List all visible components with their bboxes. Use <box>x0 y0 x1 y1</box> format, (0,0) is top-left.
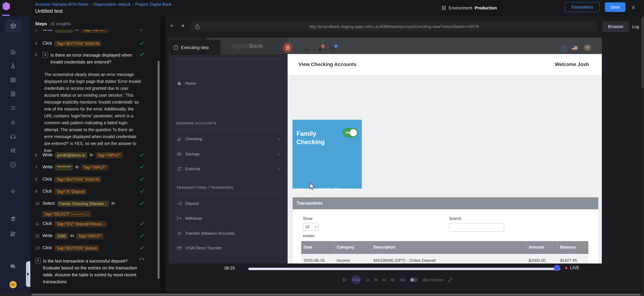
tab-steps[interactable]: Steps <box>35 21 47 26</box>
nav-item-pipelines[interactable]: ∞ <box>10 161 16 168</box>
step-target-chip[interactable]: Tag="SELECT" ---------- ... <box>42 211 91 217</box>
step-row-3[interactable]: 3 Write ********* in Tag="INPUT" <box>35 30 152 33</box>
step-row-6[interactable]: 6 Write jsmith@demo.io in Tag="INPUT" <box>35 152 152 158</box>
step-value-chip[interactable]: ********* <box>55 30 73 33</box>
horizontal-scrollbar-thumb[interactable] <box>31 294 641 296</box>
step-target-chip[interactable]: Tag="BUTTON" SIGN IN <box>54 41 101 47</box>
vertical-scrollbar[interactable] <box>641 16 644 293</box>
sidebar-item-savings[interactable]: Savings › <box>169 150 288 158</box>
tab-browser[interactable]: Browser <box>602 21 629 32</box>
breadcrumb-organization[interactable]: Organization: default <box>93 2 130 7</box>
step-row-7[interactable]: 7 Write ********* in Tag="INPUT" <box>35 164 152 170</box>
nav-item-help[interactable]: ? <box>10 263 16 270</box>
nav-item-lab[interactable] <box>10 62 16 69</box>
vertical-scrollbar-thumb[interactable] <box>642 17 644 88</box>
col-amount[interactable]: Amount <box>526 241 558 254</box>
speed-4x[interactable]: 4x <box>382 278 386 282</box>
nav-item-home[interactable] <box>10 49 16 55</box>
speed-16x[interactable]: 16x <box>399 278 406 282</box>
show-label: Show <box>303 216 312 221</box>
nav-item-account-settings[interactable] <box>10 188 16 195</box>
step-target-chip[interactable]: Tag="BUTTON" Submit <box>54 245 99 251</box>
sidebar-item-external[interactable]: External › <box>169 165 288 173</box>
sidebar-item-deposit[interactable]: Deposit <box>169 199 288 208</box>
step-row-12[interactable]: 12 Write 1000 in Tag="INPUT" <box>35 233 152 239</box>
speed-2x[interactable]: 2x <box>374 278 378 282</box>
step-in: in <box>76 30 79 32</box>
step-row-4[interactable]: 4 Click Tag="BUTTON" SIGN IN <box>35 41 152 47</box>
close-icon[interactable] <box>631 5 636 10</box>
table-row[interactable]: 2025-05-1607:03 Income 845336090 (DPT) -… <box>301 254 588 264</box>
user-avatar[interactable]: DC <box>10 281 17 288</box>
sidebar-item-home[interactable]: Home <box>169 79 288 87</box>
col-description[interactable]: Description <box>371 241 526 254</box>
step-value-chip[interactable]: jsmith@demo.io <box>55 152 87 158</box>
col-date[interactable]: Date <box>301 241 334 254</box>
app-menu-button[interactable] <box>283 43 292 53</box>
sidebar-item-visa-direct[interactable]: VISA Direct Transfer <box>169 244 288 252</box>
lab-flask-icon <box>10 62 16 69</box>
speed-8x[interactable]: 8x <box>391 278 395 282</box>
step-target-chip[interactable]: Tag="INPUT" <box>96 152 123 158</box>
step-target-chip[interactable]: Tag="INPUT" <box>81 164 108 170</box>
help-icon[interactable]: ? <box>561 45 567 51</box>
save-button[interactable]: Save <box>605 2 626 12</box>
speed-1x[interactable]: 1x <box>365 278 370 282</box>
language-flag-icon[interactable] <box>572 46 578 50</box>
search-icon[interactable] <box>304 46 310 53</box>
step-row-9[interactable]: 9 Click Tag="A" Deposit <box>35 189 152 195</box>
step-target-chip[interactable]: Tag="INPUT" <box>76 233 104 239</box>
page-size-select[interactable]: 10 <box>303 223 318 231</box>
account-toggle[interactable]: ON <box>343 128 358 137</box>
breadcrumb-account[interactable]: Account: Harness AITA Demo <box>35 2 88 7</box>
step-row-10[interactable]: 10 Select Family Checking (Standar... in… <box>35 201 152 217</box>
step-value-chip[interactable]: ********* <box>55 164 73 170</box>
tab-log[interactable]: Log <box>631 21 640 32</box>
nav-item-settings[interactable] <box>10 119 16 126</box>
step-row-13[interactable]: 13 Click Tag="BUTTON" Submit <box>35 245 152 251</box>
speed-0.5x[interactable]: 0.5x <box>352 275 361 285</box>
step-value-chip[interactable]: Family Checking (Standar... <box>57 201 109 207</box>
sidebar-item-withdraw[interactable]: Withdraw <box>169 214 288 222</box>
col-balance[interactable]: Balance <box>558 241 588 254</box>
step-target-chip[interactable]: Tag="INPUT" <box>81 30 108 33</box>
back-icon[interactable] <box>170 23 175 29</box>
nav-item-grid[interactable] <box>10 77 16 83</box>
step-target-chip[interactable]: Tag="A" Deposit <box>54 189 87 195</box>
tab-ai-insights[interactable]: AI insights <box>50 21 71 26</box>
nav-item-org-settings[interactable] <box>10 231 16 237</box>
step-row-11[interactable]: 11 Click Tag="DIV" Deposit Amoun... <box>35 221 152 227</box>
nav-item-tune[interactable] <box>10 147 16 154</box>
panel-collapse-handle[interactable] <box>26 261 30 287</box>
skip-inactive-toggle[interactable] <box>410 278 418 282</box>
step-target-chip[interactable]: Tag="DIV" Deposit Amoun... <box>54 221 107 227</box>
search-input[interactable] <box>449 223 504 232</box>
harness-logo-icon[interactable] <box>3 2 10 10</box>
sidebar-item-checking[interactable]: Checking › <box>169 135 288 143</box>
nav-item-project-settings[interactable] <box>10 216 16 222</box>
fullscreen-icon[interactable] <box>448 277 453 282</box>
nav-item-support[interactable] <box>10 133 16 140</box>
sidebar-item-transfer-between[interactable]: Transfer Between Accounts <box>169 229 288 237</box>
bank-user-avatar[interactable] <box>583 44 592 53</box>
step-row-5[interactable]: 5 A Is there an error message displayed … <box>35 52 152 65</box>
forward-icon[interactable] <box>180 23 185 29</box>
url-bar[interactable]: http://prod.dbank.staging-apps.relicx.ai… <box>190 22 598 31</box>
parameters-button[interactable]: Parameters <box>565 2 600 12</box>
playback-progress-bar[interactable] <box>248 268 560 270</box>
nav-item-modules-active[interactable] <box>6 20 21 32</box>
steps-scrollbar[interactable] <box>158 61 160 279</box>
playback-knob[interactable] <box>554 265 560 271</box>
account-card[interactable]: Family Checking ON Account: Standard Che… <box>292 120 362 189</box>
col-category[interactable]: Category <box>334 241 371 254</box>
step-in: in <box>90 152 93 157</box>
play-icon[interactable] <box>342 278 347 282</box>
step-row-8[interactable]: 8 Click Tag="BUTTON" SIGN IN <box>35 176 152 183</box>
step-row-assertion-pending[interactable]: A Is the last transaction a successful d… <box>35 258 152 285</box>
step-value-chip[interactable]: 1000 <box>55 233 68 239</box>
nav-item-list[interactable] <box>10 105 16 112</box>
breadcrumb-project[interactable]: Project: Digital Bank <box>135 2 172 7</box>
nav-item-storage[interactable] <box>10 91 16 97</box>
horizontal-scrollbar[interactable] <box>0 293 644 296</box>
step-target-chip[interactable]: Tag="BUTTON" SIGN IN <box>54 176 101 183</box>
